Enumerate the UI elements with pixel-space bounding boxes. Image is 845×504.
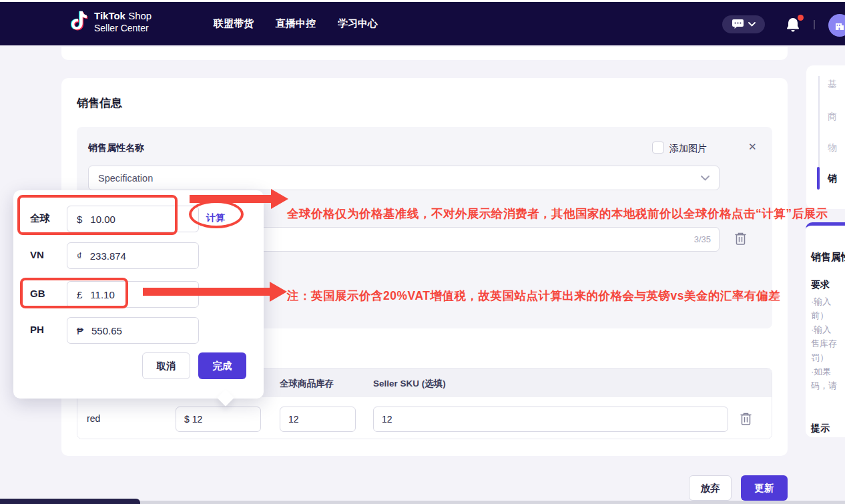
currency-symbol: $ <box>77 214 82 225</box>
chat-bubble-icon <box>732 19 744 29</box>
logo-seller-center: Seller Center <box>94 23 152 35</box>
logo-shop: Shop <box>125 10 152 21</box>
anchor-nav-card: 基 商 物 销 <box>806 65 845 209</box>
global-price-popover: 全球 $ 10.00 计算 VN ₫ 233.874 GB £ 11.10 PH… <box>13 190 264 399</box>
header-seller-sku: Seller SKU (选填) <box>373 378 446 390</box>
char-counter: 3/35 <box>694 234 711 244</box>
trash-icon <box>734 232 747 246</box>
header-global-stock: 全球商品库存 <box>280 378 334 390</box>
attribute-name-label: 销售属性名称 <box>88 142 144 154</box>
specification-select-value: Specification <box>98 173 701 184</box>
popup-row-ph: PH ₱ 550.65 <box>13 317 264 344</box>
background-window-edge-light <box>140 501 845 504</box>
notifications-button[interactable] <box>785 17 802 34</box>
currency-symbol: ₱ <box>77 325 83 336</box>
tiktok-note-icon <box>69 10 89 34</box>
delete-attribute-button[interactable] <box>734 232 747 248</box>
chevron-down-icon <box>701 176 710 181</box>
add-image-label: 添加图片 <box>669 143 707 155</box>
row-label-global: 全球 <box>30 212 50 225</box>
confirm-button[interactable]: 完成 <box>198 352 246 379</box>
vn-price-input[interactable]: ₫ 233.874 <box>67 242 199 269</box>
update-button[interactable]: 更新 <box>741 475 788 501</box>
shop-building-icon <box>834 19 845 31</box>
cancel-button[interactable]: 取消 <box>142 352 190 379</box>
currency-symbol: ₫ <box>77 250 82 262</box>
previous-section-card-edge <box>61 47 788 60</box>
amount-value: 233.874 <box>90 250 126 262</box>
row-label-ph: PH <box>30 324 44 335</box>
notification-badge <box>798 15 804 21</box>
chevron-down-icon <box>748 22 756 27</box>
amount-value: 10.00 <box>90 214 115 225</box>
nav-item-learning[interactable]: 学习中心 <box>338 17 378 30</box>
gb-price-input[interactable]: £ 11.10 <box>67 281 199 308</box>
popup-row-global: 全球 $ 10.00 计算 <box>13 206 264 232</box>
row-label-vn: VN <box>30 249 44 260</box>
background-window-edge-dark <box>0 499 140 504</box>
price-input[interactable] <box>176 407 261 432</box>
stock-input[interactable] <box>280 407 356 432</box>
logo-tiktok: TikTok <box>94 10 125 21</box>
calculate-link[interactable]: 计算 <box>206 212 225 224</box>
requirements-text: ·输入 前） ·输入 售库存 罚） ·如果 码，请 <box>811 294 837 393</box>
nav-item-live[interactable]: 直播中控 <box>276 17 316 30</box>
table-row: red <box>77 397 772 439</box>
amount-value: 11.10 <box>90 289 114 300</box>
popup-actions: 取消 完成 <box>13 352 264 379</box>
tips-title: 提示 <box>811 423 830 435</box>
anchor-item-basic[interactable]: 基 <box>828 79 837 91</box>
popup-row-vn: VN ₫ 233.874 <box>13 242 264 269</box>
popup-row-gb: GB £ 11.10 <box>13 281 264 308</box>
logo-text: TikTok Shop Seller Center <box>94 10 152 34</box>
account-avatar[interactable] <box>828 14 845 37</box>
main-nav: 联盟带货 直播中控 学习中心 <box>214 2 378 45</box>
add-image-checkbox[interactable] <box>652 142 664 154</box>
trash-icon <box>740 412 752 426</box>
anchor-item-logistics[interactable]: 物 <box>828 142 837 154</box>
global-price-input[interactable]: $ 10.00 <box>67 206 199 232</box>
delete-row-button[interactable] <box>740 412 752 428</box>
close-icon[interactable]: ✕ <box>748 141 757 153</box>
specification-select[interactable]: Specification <box>88 166 720 190</box>
top-navbar: TikTok Shop Seller Center 联盟带货 直播中控 学习中心 <box>0 2 845 45</box>
tiktok-shop-logo[interactable]: TikTok Shop Seller Center <box>69 10 152 34</box>
row-label-gb: GB <box>30 288 45 299</box>
requirements-title: 要求 <box>811 279 830 291</box>
variant-name: red <box>87 413 100 424</box>
help-panel-card: 销售属性 要求 ·输入 前） ·输入 售库存 罚） ·如果 码，请 提示 <box>806 222 845 437</box>
nav-divider <box>814 20 815 29</box>
nav-item-affiliate[interactable]: 联盟带货 <box>214 17 254 30</box>
help-panel-title: 销售属性 <box>811 251 845 264</box>
seller-sku-input[interactable] <box>373 407 728 432</box>
chat-button[interactable] <box>722 15 765 33</box>
active-anchor-indicator <box>817 167 820 190</box>
anchor-track <box>818 76 820 170</box>
anchor-item-product[interactable]: 商 <box>828 111 837 123</box>
section-title: 销售信息 <box>77 95 122 111</box>
ph-price-input[interactable]: ₱ 550.65 <box>67 317 199 344</box>
anchor-item-sales[interactable]: 销 <box>828 173 837 185</box>
discard-button[interactable]: 放弃 <box>689 475 732 501</box>
currency-symbol: £ <box>77 289 82 300</box>
amount-value: 550.65 <box>91 325 122 336</box>
